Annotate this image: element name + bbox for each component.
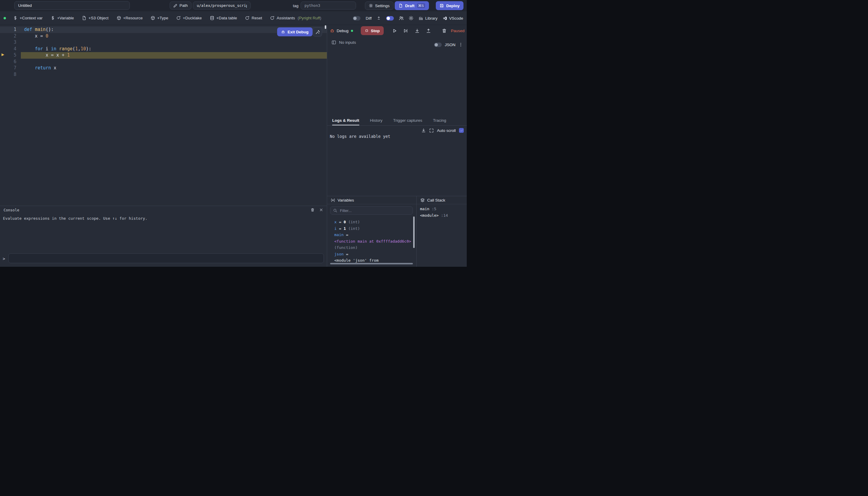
json-toggle-label: JSON bbox=[445, 43, 455, 47]
check-icon bbox=[460, 129, 463, 132]
cube-icon bbox=[117, 16, 121, 20]
code-line-4[interactable]: 4 for i in range(1,10): bbox=[0, 46, 327, 52]
tab-history[interactable]: History bbox=[370, 115, 382, 125]
console-panel: Console Evaluate expressions in the curr… bbox=[0, 206, 327, 267]
callstack-list: main :5<module> :14 bbox=[420, 206, 466, 218]
collaborators-icon[interactable] bbox=[399, 16, 404, 20]
code-line-7[interactable]: 7 return x bbox=[0, 65, 327, 72]
deploy-save-icon bbox=[440, 3, 444, 8]
script-title-input[interactable] bbox=[14, 1, 130, 10]
plus-minus-icon[interactable] bbox=[377, 16, 381, 20]
code-line-6[interactable]: 6 bbox=[0, 59, 327, 65]
variables-header: Variables bbox=[327, 196, 416, 204]
variables-vertical-scrollbar[interactable] bbox=[413, 216, 415, 248]
cube-icon bbox=[151, 16, 155, 20]
variable-row[interactable]: (function) bbox=[334, 245, 412, 251]
tag-input[interactable] bbox=[301, 1, 356, 10]
database-icon bbox=[210, 16, 214, 20]
diff-toggle[interactable] bbox=[353, 16, 361, 20]
log-controls: Auto scroll bbox=[421, 128, 464, 133]
continue-play-icon[interactable] bbox=[392, 28, 397, 33]
json-toggle[interactable] bbox=[434, 43, 442, 47]
line-number: 2 bbox=[0, 33, 16, 40]
vscode-button[interactable]: VScode bbox=[443, 16, 463, 20]
diff-label: Diff bbox=[365, 16, 372, 20]
toolbar-item-resource[interactable]: +Resource bbox=[117, 16, 143, 20]
exit-debug-button[interactable]: Exit Debug bbox=[277, 27, 313, 36]
toolbar-item-type[interactable]: +Type bbox=[151, 16, 168, 20]
script-editor-app: Path tag Settings Draft ⌘S Deploy +Conte… bbox=[0, 0, 467, 267]
variable-row[interactable]: i = 1 (int) bbox=[334, 226, 412, 232]
line-content bbox=[24, 59, 327, 65]
logs-empty-text: No logs are available yet bbox=[330, 134, 390, 139]
kebab-menu-icon[interactable] bbox=[458, 42, 463, 47]
toolbar-item-reset[interactable]: Reset bbox=[245, 16, 262, 20]
code-line-3[interactable]: 3 bbox=[0, 39, 327, 46]
console-close-icon[interactable] bbox=[319, 208, 323, 212]
library-button[interactable]: Library bbox=[419, 16, 437, 20]
topbar: Path tag Settings Draft ⌘S Deploy bbox=[0, 0, 467, 11]
editor-scrollbar-thumb[interactable] bbox=[325, 25, 326, 29]
download-logs-icon[interactable] bbox=[421, 128, 426, 133]
tab-tracing[interactable]: Tracing bbox=[433, 115, 446, 125]
bug-icon bbox=[281, 30, 285, 34]
json-toggle-row: JSON bbox=[434, 42, 463, 47]
draft-button[interactable]: Draft ⌘S bbox=[395, 1, 429, 10]
toolbar-item-data-table[interactable]: +Data table bbox=[210, 16, 237, 20]
variables-filter-input[interactable] bbox=[330, 206, 413, 215]
toolbar-item-s3-object[interactable]: +S3 Object bbox=[82, 16, 108, 20]
debug-status-dot bbox=[351, 30, 353, 32]
draft-file-icon bbox=[398, 3, 403, 8]
stop-button[interactable]: Stop bbox=[361, 26, 384, 35]
stack-frame[interactable]: <module> :14 bbox=[420, 212, 466, 219]
variable-row[interactable]: x = 0 (int) bbox=[334, 219, 412, 226]
debug-current-line-arrow: ▶ bbox=[1, 53, 4, 56]
dollar-icon bbox=[51, 16, 55, 20]
code-line-8[interactable]: 8 bbox=[0, 72, 327, 78]
editor-settings-gear-icon[interactable] bbox=[409, 16, 413, 20]
console-input[interactable] bbox=[8, 253, 324, 263]
toolbar-item-context-var[interactable]: +Context var bbox=[13, 16, 43, 20]
reset-icon bbox=[270, 16, 274, 20]
line-content: for i in range(1,10): bbox=[24, 46, 327, 52]
toolbar-item-variable[interactable]: +Variable bbox=[51, 16, 74, 20]
tab-trigger-captures[interactable]: Trigger captures bbox=[393, 115, 422, 125]
toolbar-item-ducklake[interactable]: +Ducklake bbox=[176, 16, 202, 20]
callstack-title: Call Stack bbox=[427, 198, 445, 202]
expand-logs-icon[interactable] bbox=[429, 128, 434, 133]
auto-scroll-checkbox[interactable] bbox=[459, 128, 464, 133]
step-into-download-icon[interactable] bbox=[415, 28, 420, 33]
tab-logs-result[interactable]: Logs & Result bbox=[332, 115, 359, 125]
code-editor[interactable]: 1def main():2 x = 034 for i in range(1,1… bbox=[0, 25, 327, 206]
variables-horizontal-scrollbar[interactable] bbox=[330, 263, 413, 264]
line-content bbox=[24, 39, 327, 46]
settings-button[interactable]: Settings bbox=[365, 1, 394, 10]
variables-title: Variables bbox=[337, 198, 354, 202]
line-content: return x bbox=[24, 65, 327, 72]
console-clear-trash-icon[interactable] bbox=[311, 208, 315, 212]
console-hint: Evaluate expressions in the current scop… bbox=[0, 216, 327, 221]
variable-row[interactable]: main = bbox=[334, 232, 412, 238]
step-next-icon[interactable] bbox=[403, 28, 408, 33]
stack-frame[interactable]: main :5 bbox=[420, 206, 466, 212]
result-tabs: Logs & ResultHistoryTrigger capturesTrac… bbox=[327, 115, 467, 126]
auto-scroll-label: Auto scroll bbox=[437, 128, 456, 133]
deploy-button[interactable]: Deploy bbox=[436, 1, 463, 10]
vscode-label: VScode bbox=[449, 16, 463, 20]
draft-button-label: Draft bbox=[405, 3, 415, 8]
variable-row[interactable]: json = bbox=[334, 251, 412, 258]
debug-trash-icon[interactable] bbox=[442, 28, 447, 33]
deploy-button-label: Deploy bbox=[446, 3, 460, 8]
variable-row[interactable]: <function main at 0xffffadadd6c0> bbox=[334, 238, 412, 245]
line-content bbox=[24, 72, 327, 78]
step-out-upload-icon[interactable] bbox=[426, 28, 431, 33]
path-button[interactable]: Path bbox=[170, 1, 191, 10]
line-number: 6 bbox=[0, 59, 16, 65]
no-inputs-text: No inputs bbox=[339, 40, 356, 45]
toolbar-item-assistants[interactable]: Assistants(Pyright Ruff) bbox=[270, 16, 321, 20]
ai-wand-button[interactable] bbox=[313, 27, 322, 36]
code-line-5[interactable]: 5 x = x + 1 bbox=[0, 52, 327, 59]
pencil-icon bbox=[173, 3, 177, 8]
assistant-toggle[interactable] bbox=[386, 16, 394, 20]
path-input[interactable] bbox=[193, 1, 251, 10]
